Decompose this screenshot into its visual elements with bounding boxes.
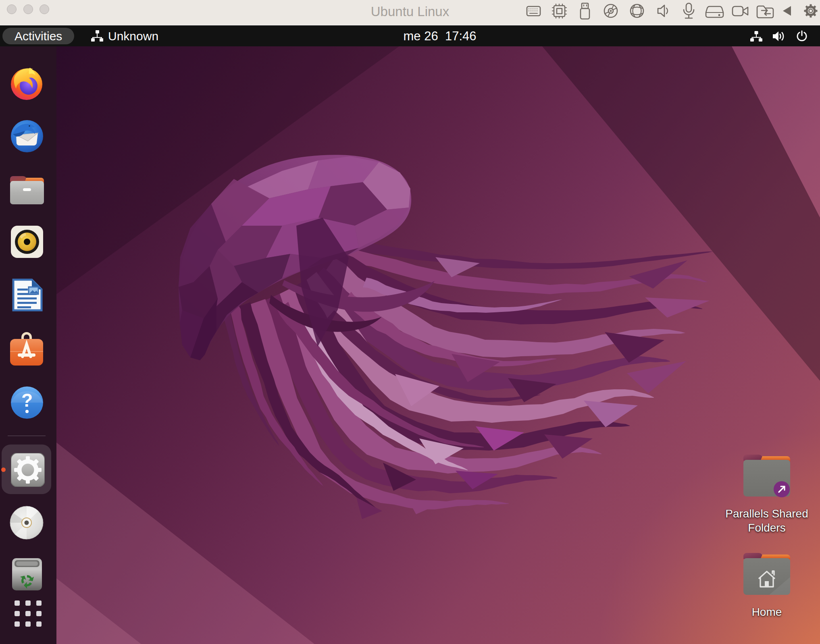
svg-text:?: ? <box>21 390 33 411</box>
